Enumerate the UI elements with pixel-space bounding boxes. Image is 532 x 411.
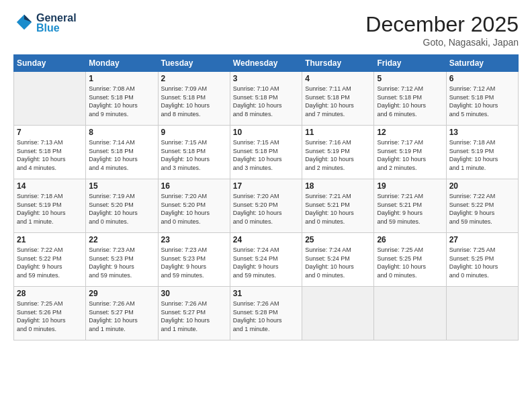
day-info: Sunrise: 7:25 AM Sunset: 5:26 PM Dayligh… bbox=[17, 300, 83, 333]
day-info: Sunrise: 7:09 AM Sunset: 5:18 PM Dayligh… bbox=[161, 85, 227, 118]
calendar-week-5: 28Sunrise: 7:25 AM Sunset: 5:26 PM Dayli… bbox=[14, 287, 519, 340]
day-number: 18 bbox=[305, 181, 371, 191]
weekday-header-thursday: Thursday bbox=[302, 55, 374, 72]
calendar-cell bbox=[302, 287, 374, 340]
calendar-cell: 8Sunrise: 7:14 AM Sunset: 5:18 PM Daylig… bbox=[86, 126, 158, 179]
day-info: Sunrise: 7:13 AM Sunset: 5:18 PM Dayligh… bbox=[17, 138, 83, 172]
calendar-cell: 10Sunrise: 7:15 AM Sunset: 5:18 PM Dayli… bbox=[230, 126, 302, 179]
day-info: Sunrise: 7:18 AM Sunset: 5:19 PM Dayligh… bbox=[17, 192, 83, 226]
day-info: Sunrise: 7:10 AM Sunset: 5:18 PM Dayligh… bbox=[233, 85, 299, 118]
day-info: Sunrise: 7:23 AM Sunset: 5:23 PM Dayligh… bbox=[89, 246, 154, 279]
calendar-cell: 9Sunrise: 7:15 AM Sunset: 5:18 PM Daylig… bbox=[158, 126, 230, 179]
day-number: 28 bbox=[17, 289, 83, 298]
day-info: Sunrise: 7:11 AM Sunset: 5:18 PM Dayligh… bbox=[305, 85, 371, 118]
day-info: Sunrise: 7:16 AM Sunset: 5:19 PM Dayligh… bbox=[305, 138, 371, 172]
weekday-header-wednesday: Wednesday bbox=[230, 55, 302, 72]
day-number: 25 bbox=[305, 235, 371, 244]
day-number: 15 bbox=[89, 181, 154, 191]
logo-icon bbox=[15, 13, 34, 32]
day-number: 8 bbox=[89, 128, 154, 137]
day-number: 16 bbox=[161, 181, 227, 191]
weekday-header-row: SundayMondayTuesdayWednesdayThursdayFrid… bbox=[14, 55, 519, 72]
day-info: Sunrise: 7:17 AM Sunset: 5:19 PM Dayligh… bbox=[377, 138, 443, 172]
day-number: 24 bbox=[233, 235, 299, 244]
day-number: 29 bbox=[89, 289, 154, 298]
day-number: 30 bbox=[161, 289, 227, 298]
calendar-cell: 24Sunrise: 7:24 AM Sunset: 5:24 PM Dayli… bbox=[230, 233, 302, 287]
day-number: 10 bbox=[233, 128, 299, 137]
calendar-header: SundayMondayTuesdayWednesdayThursdayFrid… bbox=[14, 55, 519, 72]
calendar-cell: 13Sunrise: 7:18 AM Sunset: 5:19 PM Dayli… bbox=[446, 126, 518, 179]
day-number: 26 bbox=[377, 235, 443, 244]
calendar-cell: 21Sunrise: 7:22 AM Sunset: 5:22 PM Dayli… bbox=[14, 233, 86, 287]
calendar-cell bbox=[374, 287, 446, 340]
day-number: 2 bbox=[161, 74, 227, 83]
page: General Blue December 2025 Goto, Nagasak… bbox=[0, 0, 532, 411]
calendar-cell: 26Sunrise: 7:25 AM Sunset: 5:25 PM Dayli… bbox=[374, 233, 446, 287]
title-block: December 2025 Goto, Nagasaki, Japan bbox=[365, 12, 519, 48]
day-number: 17 bbox=[233, 181, 299, 191]
calendar-cell: 28Sunrise: 7:25 AM Sunset: 5:26 PM Dayli… bbox=[14, 287, 86, 340]
weekday-header-tuesday: Tuesday bbox=[158, 55, 230, 72]
calendar-body: 1Sunrise: 7:08 AM Sunset: 5:18 PM Daylig… bbox=[14, 72, 519, 340]
calendar-cell: 15Sunrise: 7:19 AM Sunset: 5:20 PM Dayli… bbox=[86, 179, 158, 233]
day-number: 23 bbox=[161, 235, 227, 244]
calendar-cell: 16Sunrise: 7:20 AM Sunset: 5:20 PM Dayli… bbox=[158, 179, 230, 233]
calendar-cell bbox=[14, 72, 86, 126]
weekday-header-monday: Monday bbox=[86, 55, 158, 72]
day-info: Sunrise: 7:12 AM Sunset: 5:18 PM Dayligh… bbox=[377, 85, 443, 118]
day-number: 1 bbox=[89, 74, 154, 83]
day-number: 12 bbox=[377, 128, 443, 137]
day-number: 22 bbox=[89, 235, 154, 244]
day-number: 13 bbox=[449, 128, 515, 137]
day-info: Sunrise: 7:25 AM Sunset: 5:25 PM Dayligh… bbox=[377, 246, 443, 279]
day-number: 6 bbox=[449, 74, 515, 83]
day-number: 9 bbox=[161, 128, 227, 137]
day-info: Sunrise: 7:14 AM Sunset: 5:18 PM Dayligh… bbox=[89, 138, 154, 172]
calendar-cell: 3Sunrise: 7:10 AM Sunset: 5:18 PM Daylig… bbox=[230, 72, 302, 126]
day-number: 21 bbox=[17, 235, 83, 244]
calendar-cell: 29Sunrise: 7:26 AM Sunset: 5:27 PM Dayli… bbox=[86, 287, 158, 340]
day-number: 7 bbox=[17, 128, 83, 137]
day-info: Sunrise: 7:20 AM Sunset: 5:20 PM Dayligh… bbox=[233, 192, 299, 226]
day-info: Sunrise: 7:26 AM Sunset: 5:27 PM Dayligh… bbox=[89, 300, 154, 333]
location: Goto, Nagasaki, Japan bbox=[365, 37, 519, 48]
day-info: Sunrise: 7:21 AM Sunset: 5:21 PM Dayligh… bbox=[305, 192, 371, 226]
day-number: 27 bbox=[449, 235, 515, 244]
calendar-cell: 31Sunrise: 7:26 AM Sunset: 5:28 PM Dayli… bbox=[230, 287, 302, 340]
calendar-cell: 27Sunrise: 7:25 AM Sunset: 5:25 PM Dayli… bbox=[446, 233, 518, 287]
calendar-week-2: 7Sunrise: 7:13 AM Sunset: 5:18 PM Daylig… bbox=[14, 126, 519, 179]
day-info: Sunrise: 7:21 AM Sunset: 5:21 PM Dayligh… bbox=[377, 192, 443, 226]
day-number: 14 bbox=[17, 181, 83, 191]
day-number: 31 bbox=[233, 289, 299, 298]
day-info: Sunrise: 7:25 AM Sunset: 5:25 PM Dayligh… bbox=[449, 246, 515, 279]
calendar-cell: 20Sunrise: 7:22 AM Sunset: 5:22 PM Dayli… bbox=[446, 179, 518, 233]
day-info: Sunrise: 7:20 AM Sunset: 5:20 PM Dayligh… bbox=[161, 192, 227, 226]
calendar-week-4: 21Sunrise: 7:22 AM Sunset: 5:22 PM Dayli… bbox=[14, 233, 519, 287]
day-number: 20 bbox=[449, 181, 515, 191]
day-number: 4 bbox=[305, 74, 371, 83]
day-number: 11 bbox=[305, 128, 371, 137]
day-info: Sunrise: 7:24 AM Sunset: 5:24 PM Dayligh… bbox=[233, 246, 299, 279]
day-info: Sunrise: 7:26 AM Sunset: 5:27 PM Dayligh… bbox=[161, 300, 227, 333]
calendar-table: SundayMondayTuesdayWednesdayThursdayFrid… bbox=[13, 54, 519, 340]
day-number: 5 bbox=[377, 74, 443, 83]
header: General Blue December 2025 Goto, Nagasak… bbox=[13, 12, 519, 48]
calendar-cell: 19Sunrise: 7:21 AM Sunset: 5:21 PM Dayli… bbox=[374, 179, 446, 233]
day-info: Sunrise: 7:08 AM Sunset: 5:18 PM Dayligh… bbox=[89, 85, 154, 118]
calendar-cell: 5Sunrise: 7:12 AM Sunset: 5:18 PM Daylig… bbox=[374, 72, 446, 126]
calendar-cell: 18Sunrise: 7:21 AM Sunset: 5:21 PM Dayli… bbox=[302, 179, 374, 233]
calendar-cell: 7Sunrise: 7:13 AM Sunset: 5:18 PM Daylig… bbox=[14, 126, 86, 179]
day-info: Sunrise: 7:24 AM Sunset: 5:24 PM Dayligh… bbox=[305, 246, 371, 279]
day-info: Sunrise: 7:26 AM Sunset: 5:28 PM Dayligh… bbox=[233, 300, 299, 333]
calendar-cell: 11Sunrise: 7:16 AM Sunset: 5:19 PM Dayli… bbox=[302, 126, 374, 179]
day-number: 3 bbox=[233, 74, 299, 83]
calendar-cell: 2Sunrise: 7:09 AM Sunset: 5:18 PM Daylig… bbox=[158, 72, 230, 126]
logo: General Blue bbox=[13, 12, 77, 34]
calendar-cell: 23Sunrise: 7:23 AM Sunset: 5:23 PM Dayli… bbox=[158, 233, 230, 287]
month-title: December 2025 bbox=[365, 12, 519, 37]
weekday-header-saturday: Saturday bbox=[446, 55, 518, 72]
day-info: Sunrise: 7:23 AM Sunset: 5:23 PM Dayligh… bbox=[161, 246, 227, 279]
day-info: Sunrise: 7:15 AM Sunset: 5:18 PM Dayligh… bbox=[233, 138, 299, 172]
calendar-cell: 4Sunrise: 7:11 AM Sunset: 5:18 PM Daylig… bbox=[302, 72, 374, 126]
